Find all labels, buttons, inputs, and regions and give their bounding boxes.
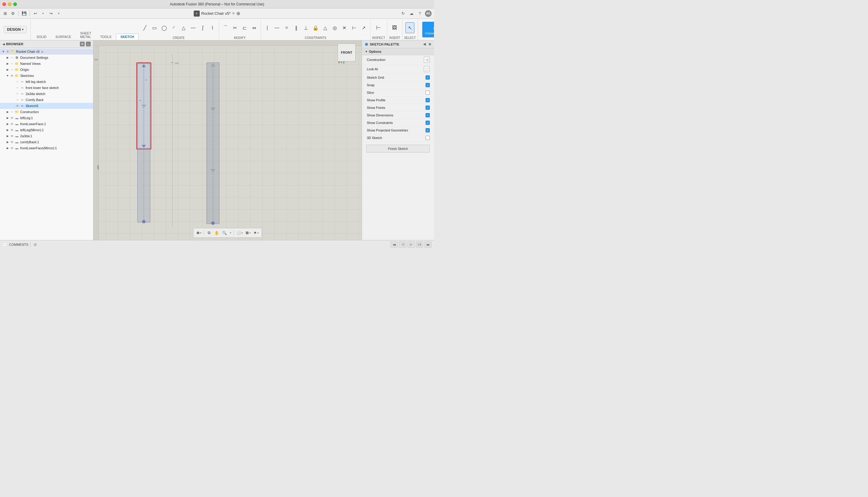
refresh-icon[interactable]: ↻	[400, 10, 406, 17]
grid-icon[interactable]: ⊞	[2, 10, 9, 17]
copy-icon[interactable]: ⧉	[205, 229, 212, 237]
finish-sketch-ribbon-button[interactable]: ✔ FINISH SKETCH	[422, 22, 434, 38]
tree-doc-settings[interactable]: ▶ 👁 ⚙ Document Settings	[0, 55, 93, 61]
tree-sketch5[interactable]: ▶ 👁 ✏ Sketch5	[0, 103, 93, 109]
viewcube[interactable]: FRONT X Y Z	[338, 43, 359, 65]
tan-tool[interactable]: ✕	[340, 22, 349, 33]
close-tab-icon[interactable]: ✕	[232, 12, 235, 15]
arc-tool[interactable]: ◜	[170, 22, 178, 33]
sp-showdims-checkbox[interactable]: ✓	[426, 113, 430, 117]
measure-tool[interactable]: ⊢	[374, 22, 383, 33]
tree-2a3da-sketch[interactable]: ▶ 👁 ✏ 2a3da sketch	[0, 91, 93, 97]
sp-lookat-icon-btn[interactable]: ⬚	[424, 66, 430, 72]
tree-leftleg-mirror1[interactable]: ▶ 👁 ▬ leftLeg(Mirror):1	[0, 127, 93, 133]
coinc-tool[interactable]: △	[321, 22, 330, 33]
offset-tool[interactable]: ⌇	[208, 22, 217, 33]
sp-slice-checkbox[interactable]	[426, 90, 430, 95]
s5-eye[interactable]: 👁	[15, 103, 20, 108]
grid-dropdown[interactable]: ⊞ ▾	[245, 230, 252, 236]
tree-comfyback1[interactable]: ▶ 👁 ▬ comfyBack:1	[0, 139, 93, 145]
tree-left-leg-sketch[interactable]: ▶ 👁 ✏ left leg sketch	[0, 79, 93, 85]
spline-tool[interactable]: ∫	[198, 22, 207, 33]
step-back-icon[interactable]: ◁	[399, 242, 406, 247]
fix-tool[interactable]: ↗	[359, 22, 368, 33]
sp-showpoints-checkbox[interactable]: ✓	[426, 105, 430, 110]
snap-dropdown[interactable]: ⊕ ▾	[195, 230, 203, 236]
user-avatar[interactable]: AE	[425, 10, 431, 17]
tree-front-lower-sketch[interactable]: ▶ 👁 ✏ front lower face sketch	[0, 85, 93, 91]
endpoint-right-bottom[interactable]	[211, 222, 215, 225]
new-tab-icon[interactable]: ⊕	[236, 11, 240, 16]
close-button[interactable]	[2, 2, 6, 6]
tab-surface[interactable]: SURFACE	[51, 33, 76, 40]
sp-showprojgeom-checkbox[interactable]: ✓	[426, 128, 430, 132]
ll1-eye[interactable]: 👁	[10, 115, 14, 120]
line-tool[interactable]: ╱	[141, 22, 149, 33]
viewport[interactable]: 100 1 ⊢	[93, 40, 362, 240]
nv-eye[interactable]: 👁	[10, 61, 14, 66]
tree-comfy-back[interactable]: ▶ 👁 ✏ Comfy Back	[0, 97, 93, 103]
tab-solid[interactable]: SOLID	[32, 33, 51, 40]
line2-tool[interactable]: —	[189, 22, 198, 33]
circle-tool[interactable]: ◯	[160, 22, 169, 33]
maximize-button[interactable]	[13, 2, 17, 6]
browser-collapse-arrow[interactable]: ◀	[2, 43, 5, 46]
sk-eye[interactable]: 👁	[10, 73, 14, 78]
tree-2a3da1[interactable]: ▶ 👁 ▬ 2a3da:1	[0, 133, 93, 139]
2a3-eye[interactable]: 👁	[15, 91, 20, 96]
tree-frontlowerface-mirror1[interactable]: ▶ 👁 ▬ frontLowerFace(Mirror):1	[0, 145, 93, 151]
settings-icon[interactable]: ⚙	[10, 10, 16, 17]
help-icon[interactable]: ?	[416, 10, 423, 17]
hor-tool[interactable]: —	[273, 22, 281, 33]
doc-eye[interactable]: 👁	[10, 55, 14, 60]
collapse-icon[interactable]: ⊙	[32, 242, 38, 247]
sp-finish-sketch-button[interactable]: Finish Sketch	[366, 145, 430, 153]
vert-tool[interactable]: |	[263, 22, 272, 33]
play-icon[interactable]: ▷	[408, 242, 415, 247]
fls-eye[interactable]: 👁	[15, 85, 20, 90]
window-controls[interactable]	[2, 2, 17, 6]
cbk-eye[interactable]: 👁	[10, 140, 14, 144]
trim-tool[interactable]: ✂	[231, 22, 240, 33]
tree-leftleg1[interactable]: ▶ 👁 ▬ leftLeg:1	[0, 115, 93, 121]
root-eye[interactable]: 👁	[5, 49, 10, 54]
lock-tool[interactable]: 🔒	[311, 22, 320, 33]
fillet-tool[interactable]: ⌒	[221, 22, 230, 33]
timeline-icon[interactable]: ⏮	[391, 242, 398, 247]
zoom-dropdown[interactable]: ▾	[229, 231, 232, 235]
conc-tool[interactable]: ◎	[330, 22, 339, 33]
step-forward-icon[interactable]: ▷|	[416, 242, 423, 247]
undo-dropdown-icon[interactable]: ▾	[40, 10, 46, 17]
viewcube-face-front[interactable]: FRONT	[338, 43, 356, 61]
undo-icon[interactable]: ↩	[32, 10, 39, 17]
sp-construction-icon-btn[interactable]: ◁	[424, 57, 430, 63]
pan-icon[interactable]: ✋	[213, 229, 220, 237]
tab-sketch[interactable]: SKETCH	[116, 33, 138, 40]
cloud-icon[interactable]: ☁	[408, 10, 415, 17]
sp-detach-icon[interactable]: ⊞	[429, 43, 431, 46]
zoom-icon[interactable]: 🔍	[221, 229, 228, 237]
orig-eye[interactable]: 👁	[10, 67, 14, 72]
con-eye[interactable]: 👁	[10, 110, 14, 114]
sp-sketchgrid-checkbox[interactable]: ✓	[426, 75, 430, 80]
env-dropdown[interactable]: ☀ ▾	[252, 230, 260, 236]
2a1-eye[interactable]: 👁	[10, 133, 14, 139]
image-tool[interactable]: 🖼	[390, 22, 399, 33]
sp-snap-checkbox[interactable]: ✓	[426, 83, 430, 87]
tree-construction[interactable]: ▶ 👁 📁 Construction	[0, 109, 93, 115]
design-dropdown-button[interactable]: DESIGN ▾	[4, 26, 27, 33]
end-icon[interactable]: ⏭	[424, 242, 431, 247]
cb-eye[interactable]: 👁	[15, 97, 20, 102]
sp-3dsketch-checkbox[interactable]	[426, 136, 430, 140]
tree-named-views[interactable]: ▶ 👁 📁 Named Views	[0, 61, 93, 67]
tree-sketches[interactable]: ▼ 👁 📁 Sketches	[0, 73, 93, 79]
mirror-tool[interactable]: ⇔	[250, 22, 259, 33]
redo-dropdown-icon[interactable]: ▾	[56, 10, 62, 17]
llm-eye[interactable]: 👁	[10, 128, 14, 132]
perp-tool[interactable]: ⊥	[301, 22, 310, 33]
tree-root[interactable]: ▼ 👁 📁 Rocket Chair v5 ▶	[0, 48, 93, 55]
tab-tools[interactable]: TOOLS	[95, 33, 116, 40]
rect-tool[interactable]: ▭	[150, 22, 159, 33]
save-icon[interactable]: 💾	[21, 10, 27, 17]
sp-expand-button[interactable]: ◀	[423, 42, 426, 46]
